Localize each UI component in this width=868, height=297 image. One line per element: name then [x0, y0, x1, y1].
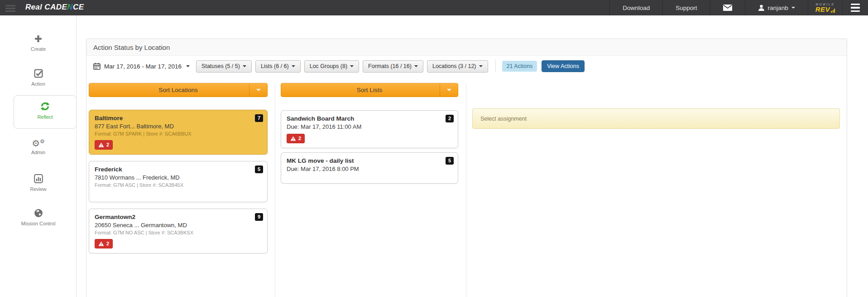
envelope-icon — [723, 5, 732, 11]
location-name: Baltimore — [95, 115, 262, 122]
sidebar-item-create[interactable]: Create — [0, 34, 77, 52]
formats-filter-button[interactable]: Formats (16 / 16) — [363, 60, 423, 73]
location-address: 20650 Seneca ... Germantown, MD — [95, 222, 262, 229]
location-format: Format: G7M ASC | Store #: SCA3B45X — [95, 182, 262, 188]
nav-download[interactable]: Download — [609, 0, 662, 15]
plus-icon — [34, 34, 43, 43]
columns-area: Sort Locations Baltimore 877 East Fort..… — [86, 83, 847, 297]
location-card-baltimore[interactable]: Baltimore 877 East Fort... Baltimore, MD… — [89, 110, 268, 155]
location-address: 877 East Fort... Baltimore, MD — [95, 123, 262, 130]
sort-lists-dropdown-toggle[interactable] — [440, 83, 458, 97]
toolbar-divider — [495, 60, 496, 73]
caret-down-icon — [186, 65, 190, 67]
warning-triangle-icon — [98, 241, 104, 246]
caret-down-icon — [479, 65, 483, 67]
list-due-date: Due: Mar 17, 2016 8:00 PM — [287, 166, 452, 172]
caret-down-icon — [414, 65, 418, 67]
action-count-badge: 5 — [446, 157, 454, 165]
list-card-mk-lg-move[interactable]: MK LG move - daily list Due: Mar 17, 201… — [281, 152, 458, 184]
action-count-badge: 5 — [255, 166, 263, 173]
calendar-icon — [93, 63, 101, 70]
warning-badge: 2 — [95, 239, 113, 248]
location-card-frederick[interactable]: Frederick 7810 Wormans ... Frederick, MD… — [89, 161, 268, 202]
location-format: Format: G7M NO ASC | Store #: SCA3BKSX — [95, 230, 262, 235]
rev-bars-icon — [831, 9, 835, 13]
date-range-value: Mar 17, 2016 - Mar 17, 2016 — [104, 63, 182, 70]
user-menu[interactable]: ranjanb — [745, 0, 808, 15]
sidebar-item-reflect[interactable]: Reflect — [14, 95, 77, 129]
page-title: Action Status by Location — [93, 44, 170, 51]
location-card-germantown2[interactable]: Germantown2 20650 Seneca ... Germantown,… — [89, 209, 268, 253]
sort-lists-button[interactable]: Sort Lists — [281, 83, 458, 97]
action-count-badge: 2 — [446, 115, 454, 122]
sidebar-item-mission-control[interactable]: Mission Control — [0, 209, 77, 226]
caret-down-icon — [256, 89, 261, 91]
sort-locations-button[interactable]: Sort Locations — [89, 83, 268, 97]
locations-column: Sort Locations Baltimore 877 East Fort..… — [89, 83, 275, 297]
list-name: MK LG move - daily list — [287, 157, 452, 164]
caret-down-icon — [447, 89, 451, 91]
logo-n-accent: N — [67, 3, 73, 11]
warning-triangle-icon — [98, 142, 104, 147]
actions-count-badge: 21 Actions — [502, 61, 537, 72]
refresh-icon — [40, 102, 50, 111]
loc-groups-filter-button[interactable]: Loc Groups (8) — [304, 60, 359, 73]
action-status-panel: Action Status by Location Mar 17, 2016 -… — [86, 39, 847, 297]
list-due-date: Due: Mar 17, 2016 11:00 AM — [287, 123, 452, 130]
warning-triangle-icon — [290, 136, 296, 141]
top-navbar: Real CADENCE Download Support ranjanb MO… — [0, 0, 868, 15]
select-assignment-placeholder[interactable]: Select assignment — [472, 108, 840, 129]
chevron-down-icon — [791, 7, 795, 9]
location-name: Frederick — [95, 166, 262, 173]
location-name: Germantown2 — [95, 214, 262, 220]
locations-filter-button[interactable]: Locations (3 / 12) — [427, 60, 488, 73]
lists-filter-button[interactable]: Lists (6 / 6) — [255, 60, 301, 73]
gears-icon: ⚙⚙ — [32, 140, 45, 148]
action-count-badge: 9 — [255, 213, 263, 221]
caret-down-icon — [350, 65, 354, 67]
list-card-sandwich-board[interactable]: Sandwich Board March Due: Mar 17, 2016 1… — [281, 110, 458, 148]
sidebar: Create Action Reflect ⚙⚙ Admin Review — [0, 15, 77, 297]
sidebar-hamburger-icon[interactable] — [5, 4, 16, 13]
app-logo: Real CADENCE — [25, 3, 84, 12]
lists-column: Sort Lists Sandwich Board March Due: Mar… — [281, 83, 466, 297]
sidebar-item-action[interactable]: Action — [0, 69, 77, 87]
list-name: Sandwich Board March — [287, 115, 452, 122]
sidebar-item-admin[interactable]: ⚙⚙ Admin — [0, 139, 77, 155]
nav-support[interactable]: Support — [662, 0, 710, 15]
caret-down-icon — [292, 65, 295, 67]
location-format: Format: G7M SPARK | Store #: SCA6BBUX — [95, 131, 262, 136]
view-actions-button[interactable]: View Actions — [542, 60, 585, 72]
date-range-picker[interactable]: Mar 17, 2016 - Mar 17, 2016 — [93, 63, 190, 70]
warning-badge: 2 — [95, 140, 113, 150]
caret-down-icon — [243, 65, 246, 67]
mobile-rev-logo: MOBILE REV — [808, 0, 842, 15]
nav-messages[interactable] — [710, 0, 745, 15]
filter-toolbar: Mar 17, 2016 - Mar 17, 2016 Statuses (5 … — [93, 59, 840, 73]
checkbox-check-icon — [34, 69, 43, 78]
user-icon — [758, 5, 765, 11]
bar-chart-icon — [34, 174, 43, 183]
assignment-column: Select assignment — [472, 83, 847, 297]
action-count-badge: 7 — [255, 114, 263, 122]
sort-locations-dropdown-toggle[interactable] — [249, 83, 267, 97]
panel-header: Action Status by Location — [86, 39, 847, 56]
warning-badge: 2 — [287, 134, 305, 143]
location-address: 7810 Wormans ... Frederick, MD — [95, 174, 262, 181]
statuses-filter-button[interactable]: Statuses (5 / 5) — [196, 60, 252, 73]
menu-hamburger-icon[interactable] — [842, 0, 868, 15]
sidebar-item-review[interactable]: Review — [0, 174, 77, 192]
username: ranjanb — [768, 5, 788, 11]
globe-icon — [34, 209, 43, 218]
